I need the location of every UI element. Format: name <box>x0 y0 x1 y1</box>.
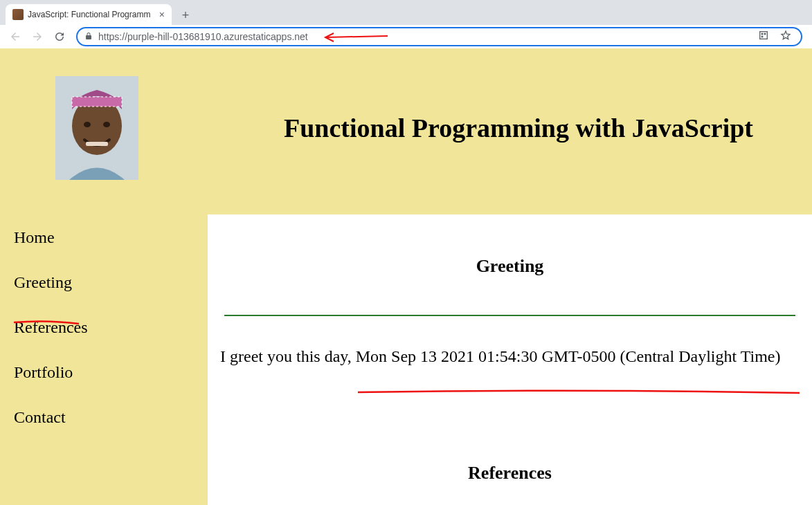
page-body: Functional Programming with JavaScript H… <box>0 48 812 505</box>
avatar <box>55 76 138 180</box>
back-button[interactable] <box>6 27 25 46</box>
svg-rect-11 <box>86 142 108 146</box>
references-heading: References <box>208 463 812 484</box>
close-tab-icon[interactable]: × <box>159 10 165 19</box>
page-title: Functional Programming with JavaScript <box>284 113 753 143</box>
browser-chrome: JavaScript: Functional Programm × + <box>0 0 812 48</box>
url-input[interactable] <box>98 31 750 42</box>
svg-rect-7 <box>72 97 122 107</box>
new-tab-button[interactable]: + <box>176 6 195 25</box>
nav-portfolio[interactable]: Portfolio <box>14 363 194 382</box>
section-divider <box>224 315 795 316</box>
bookmark-star-icon[interactable] <box>777 30 794 44</box>
forward-button[interactable] <box>28 27 47 46</box>
nav-contact[interactable]: Contact <box>14 408 194 427</box>
favicon-icon <box>12 9 24 20</box>
svg-rect-2 <box>764 33 766 35</box>
svg-point-10 <box>103 122 110 127</box>
arrow-right-icon <box>31 30 44 43</box>
arrow-left-icon <box>9 30 21 43</box>
lock-icon <box>84 32 93 42</box>
tab-title: JavaScript: Functional Programm <box>28 10 155 19</box>
greeting-heading: Greeting <box>208 256 812 277</box>
main-content: Greeting I greet you this day, Mon Sep 1… <box>208 214 812 505</box>
nav-greeting[interactable]: Greeting <box>14 273 194 292</box>
browser-tab[interactable]: JavaScript: Functional Programm × <box>6 4 172 25</box>
address-bar[interactable] <box>76 27 802 46</box>
greeting-text: I greet you this day, Mon Sep 13 2021 01… <box>208 347 812 366</box>
reload-button[interactable] <box>50 27 69 46</box>
nav-references[interactable]: References <box>14 318 194 337</box>
svg-rect-1 <box>761 33 764 35</box>
reload-icon <box>53 30 66 43</box>
svg-rect-0 <box>760 32 768 39</box>
browser-toolbar <box>0 25 812 48</box>
install-app-icon[interactable] <box>755 30 772 44</box>
nav-home[interactable]: Home <box>14 228 194 247</box>
tab-strip: JavaScript: Functional Programm × + <box>0 0 812 25</box>
svg-point-9 <box>84 122 91 127</box>
page-header: Functional Programming with JavaScript <box>0 48 812 214</box>
page-columns: Home Greeting References Portfolio Conta… <box>0 214 812 505</box>
sidebar-nav: Home Greeting References Portfolio Conta… <box>0 214 208 505</box>
svg-rect-3 <box>761 36 764 38</box>
